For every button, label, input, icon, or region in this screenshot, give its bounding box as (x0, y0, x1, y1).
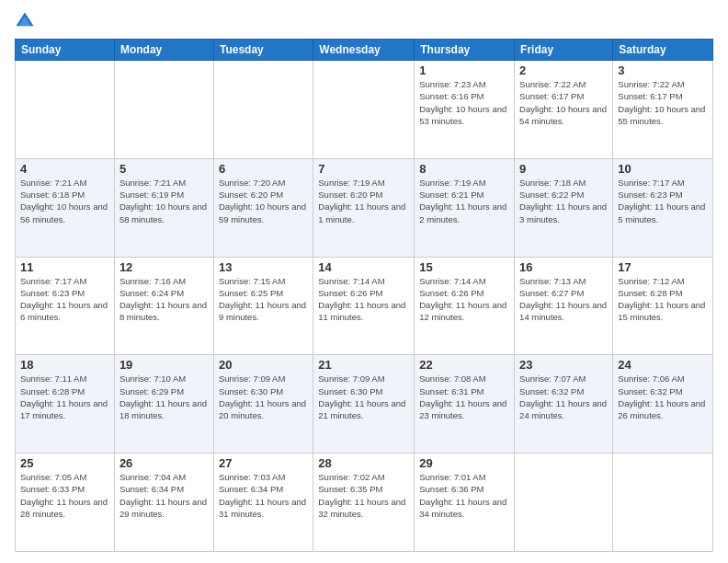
day-number: 13 (219, 260, 308, 274)
logo-icon (15, 11, 35, 31)
week-row: 11Sunrise: 7:17 AM Sunset: 6:23 PM Dayli… (16, 257, 713, 355)
day-number: 12 (119, 260, 209, 274)
day-info: Sunrise: 7:13 AM Sunset: 6:27 PM Dayligh… (519, 275, 608, 324)
day-number: 22 (419, 358, 509, 372)
day-number: 15 (419, 260, 509, 274)
day-number: 21 (318, 358, 409, 372)
day-info: Sunrise: 7:11 AM Sunset: 6:28 PM Dayligh… (20, 373, 109, 421)
calendar-cell: 10Sunrise: 7:17 AM Sunset: 6:23 PM Dayli… (613, 158, 713, 257)
day-number: 8 (419, 162, 509, 176)
day-header: Tuesday (213, 40, 313, 61)
day-info: Sunrise: 7:06 AM Sunset: 6:32 PM Dayligh… (618, 373, 708, 421)
calendar-cell: 24Sunrise: 7:06 AM Sunset: 6:32 PM Dayli… (613, 355, 713, 454)
day-number: 28 (318, 456, 409, 470)
day-info: Sunrise: 7:17 AM Sunset: 6:23 PM Dayligh… (20, 275, 109, 324)
week-row: 18Sunrise: 7:11 AM Sunset: 6:28 PM Dayli… (16, 355, 713, 454)
day-info: Sunrise: 7:02 AM Sunset: 6:35 PM Dayligh… (318, 471, 409, 520)
day-info: Sunrise: 7:23 AM Sunset: 6:16 PM Dayligh… (419, 78, 509, 127)
day-info: Sunrise: 7:20 AM Sunset: 6:20 PM Dayligh… (219, 177, 308, 225)
calendar-cell: 4Sunrise: 7:21 AM Sunset: 6:18 PM Daylig… (16, 158, 115, 257)
calendar-cell: 27Sunrise: 7:03 AM Sunset: 6:34 PM Dayli… (213, 454, 313, 552)
day-info: Sunrise: 7:10 AM Sunset: 6:29 PM Dayligh… (119, 373, 209, 421)
calendar-cell: 20Sunrise: 7:09 AM Sunset: 6:30 PM Dayli… (213, 355, 313, 454)
day-info: Sunrise: 7:17 AM Sunset: 6:23 PM Dayligh… (618, 177, 708, 225)
day-number: 9 (519, 162, 608, 176)
day-info: Sunrise: 7:16 AM Sunset: 6:24 PM Dayligh… (119, 275, 209, 324)
calendar-cell: 22Sunrise: 7:08 AM Sunset: 6:31 PM Dayli… (415, 355, 515, 454)
day-number: 6 (219, 162, 308, 176)
day-number: 23 (519, 358, 608, 372)
calendar-cell: 7Sunrise: 7:19 AM Sunset: 6:20 PM Daylig… (313, 158, 415, 257)
calendar-cell (515, 454, 613, 552)
day-number: 5 (119, 162, 209, 176)
day-number: 14 (318, 260, 409, 274)
calendar-cell: 12Sunrise: 7:16 AM Sunset: 6:24 PM Dayli… (114, 257, 213, 355)
day-info: Sunrise: 7:04 AM Sunset: 6:34 PM Dayligh… (119, 471, 209, 520)
day-header: Friday (515, 40, 613, 61)
calendar-cell: 23Sunrise: 7:07 AM Sunset: 6:32 PM Dayli… (515, 355, 613, 454)
day-info: Sunrise: 7:09 AM Sunset: 6:30 PM Dayligh… (219, 373, 308, 421)
day-info: Sunrise: 7:01 AM Sunset: 6:36 PM Dayligh… (419, 471, 509, 520)
calendar-cell (114, 61, 213, 159)
day-number: 1 (419, 63, 509, 77)
page: SundayMondayTuesdayWednesdayThursdayFrid… (0, 0, 728, 563)
day-info: Sunrise: 7:05 AM Sunset: 6:33 PM Dayligh… (20, 471, 109, 520)
day-number: 2 (519, 63, 608, 77)
calendar-cell: 11Sunrise: 7:17 AM Sunset: 6:23 PM Dayli… (16, 257, 115, 355)
day-header: Saturday (613, 40, 713, 61)
day-number: 3 (618, 63, 708, 77)
calendar-cell: 17Sunrise: 7:12 AM Sunset: 6:28 PM Dayli… (613, 257, 713, 355)
calendar-cell: 1Sunrise: 7:23 AM Sunset: 6:16 PM Daylig… (415, 61, 515, 159)
day-info: Sunrise: 7:21 AM Sunset: 6:19 PM Dayligh… (119, 177, 209, 225)
day-info: Sunrise: 7:14 AM Sunset: 6:26 PM Dayligh… (318, 275, 409, 324)
day-number: 17 (618, 260, 708, 274)
day-info: Sunrise: 7:18 AM Sunset: 6:22 PM Dayligh… (519, 177, 608, 225)
day-header: Wednesday (313, 40, 415, 61)
calendar-cell: 3Sunrise: 7:22 AM Sunset: 6:17 PM Daylig… (613, 61, 713, 159)
calendar-cell: 26Sunrise: 7:04 AM Sunset: 6:34 PM Dayli… (114, 454, 213, 552)
week-row: 25Sunrise: 7:05 AM Sunset: 6:33 PM Dayli… (16, 454, 713, 552)
day-info: Sunrise: 7:19 AM Sunset: 6:20 PM Dayligh… (318, 177, 409, 225)
calendar-cell: 13Sunrise: 7:15 AM Sunset: 6:25 PM Dayli… (213, 257, 313, 355)
day-number: 27 (219, 456, 308, 470)
calendar-cell: 15Sunrise: 7:14 AM Sunset: 6:26 PM Dayli… (415, 257, 515, 355)
day-number: 7 (318, 162, 409, 176)
calendar-cell (313, 61, 415, 159)
day-info: Sunrise: 7:19 AM Sunset: 6:21 PM Dayligh… (419, 177, 509, 225)
day-info: Sunrise: 7:14 AM Sunset: 6:26 PM Dayligh… (419, 275, 509, 324)
day-number: 29 (419, 456, 509, 470)
week-row: 4Sunrise: 7:21 AM Sunset: 6:18 PM Daylig… (16, 158, 713, 257)
day-info: Sunrise: 7:21 AM Sunset: 6:18 PM Dayligh… (20, 177, 109, 225)
day-info: Sunrise: 7:15 AM Sunset: 6:25 PM Dayligh… (219, 275, 308, 324)
day-info: Sunrise: 7:22 AM Sunset: 6:17 PM Dayligh… (618, 78, 708, 127)
day-number: 19 (119, 358, 209, 372)
calendar-cell: 9Sunrise: 7:18 AM Sunset: 6:22 PM Daylig… (515, 158, 613, 257)
day-info: Sunrise: 7:07 AM Sunset: 6:32 PM Dayligh… (519, 373, 608, 421)
day-header: Monday (114, 40, 213, 61)
day-number: 20 (219, 358, 308, 372)
day-info: Sunrise: 7:09 AM Sunset: 6:30 PM Dayligh… (318, 373, 409, 421)
week-row: 1Sunrise: 7:23 AM Sunset: 6:16 PM Daylig… (16, 61, 713, 159)
day-number: 25 (20, 456, 109, 470)
calendar-cell: 21Sunrise: 7:09 AM Sunset: 6:30 PM Dayli… (313, 355, 415, 454)
day-info: Sunrise: 7:22 AM Sunset: 6:17 PM Dayligh… (519, 78, 608, 127)
calendar-cell: 29Sunrise: 7:01 AM Sunset: 6:36 PM Dayli… (415, 454, 515, 552)
header-row: SundayMondayTuesdayWednesdayThursdayFrid… (16, 40, 713, 61)
day-header: Thursday (415, 40, 515, 61)
calendar-cell: 25Sunrise: 7:05 AM Sunset: 6:33 PM Dayli… (16, 454, 115, 552)
day-info: Sunrise: 7:08 AM Sunset: 6:31 PM Dayligh… (419, 373, 509, 421)
logo (15, 11, 39, 31)
calendar-cell: 2Sunrise: 7:22 AM Sunset: 6:17 PM Daylig… (515, 61, 613, 159)
day-number: 26 (119, 456, 209, 470)
calendar-cell (213, 61, 313, 159)
calendar-cell (16, 61, 115, 159)
calendar-cell: 16Sunrise: 7:13 AM Sunset: 6:27 PM Dayli… (515, 257, 613, 355)
calendar-cell: 19Sunrise: 7:10 AM Sunset: 6:29 PM Dayli… (114, 355, 213, 454)
calendar-cell: 18Sunrise: 7:11 AM Sunset: 6:28 PM Dayli… (16, 355, 115, 454)
day-number: 11 (20, 260, 109, 274)
calendar-cell: 5Sunrise: 7:21 AM Sunset: 6:19 PM Daylig… (114, 158, 213, 257)
header (15, 11, 713, 31)
calendar-cell (613, 454, 713, 552)
day-header: Sunday (16, 40, 115, 61)
day-info: Sunrise: 7:03 AM Sunset: 6:34 PM Dayligh… (219, 471, 308, 520)
